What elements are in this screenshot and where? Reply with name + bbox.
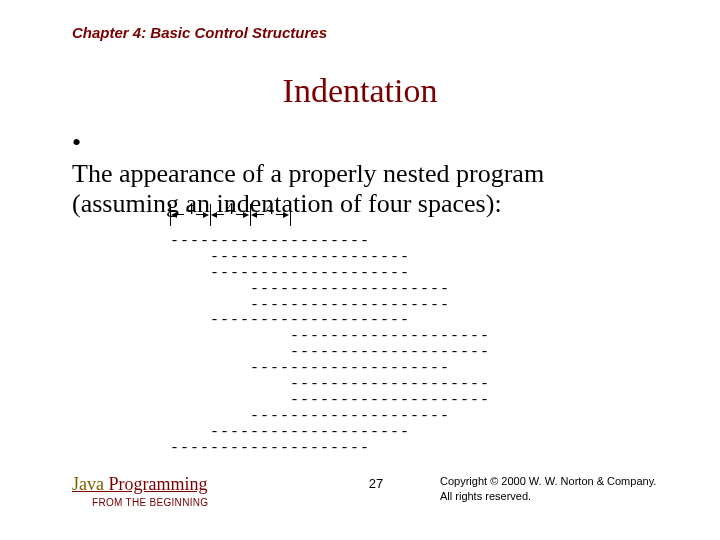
arrow-right-icon xyxy=(203,212,209,218)
ruler: 4 4 4 xyxy=(170,202,550,234)
ruler-seg-1: 4 xyxy=(170,202,210,228)
book-title-programming: Programming xyxy=(104,474,208,494)
copyright: Copyright © 2000 W. W. Norton & Company.… xyxy=(440,474,680,504)
book-title-java: Java xyxy=(72,474,104,494)
copyright-line-2: All rights reserved. xyxy=(440,489,680,504)
arrow-right-icon xyxy=(243,212,249,218)
ruler-seg-2: 4 xyxy=(210,202,250,228)
chapter-label: Chapter 4: Basic Control Structures xyxy=(72,24,327,41)
page-number: 27 xyxy=(369,476,383,491)
ruler-seg-3: 4 xyxy=(250,202,290,228)
page-title: Indentation xyxy=(0,72,720,110)
arrow-right-icon xyxy=(283,212,289,218)
ruler-tick xyxy=(290,204,291,226)
bullet-dot: • xyxy=(72,128,94,159)
footer: Java Programming FROM THE BEGINNING 27 C… xyxy=(72,474,680,518)
indentation-diagram: 4 4 4 -------------------- -------------… xyxy=(170,202,550,456)
code-lines: -------------------- -------------------… xyxy=(170,234,550,456)
copyright-line-1: Copyright © 2000 W. W. Norton & Company. xyxy=(440,474,680,489)
